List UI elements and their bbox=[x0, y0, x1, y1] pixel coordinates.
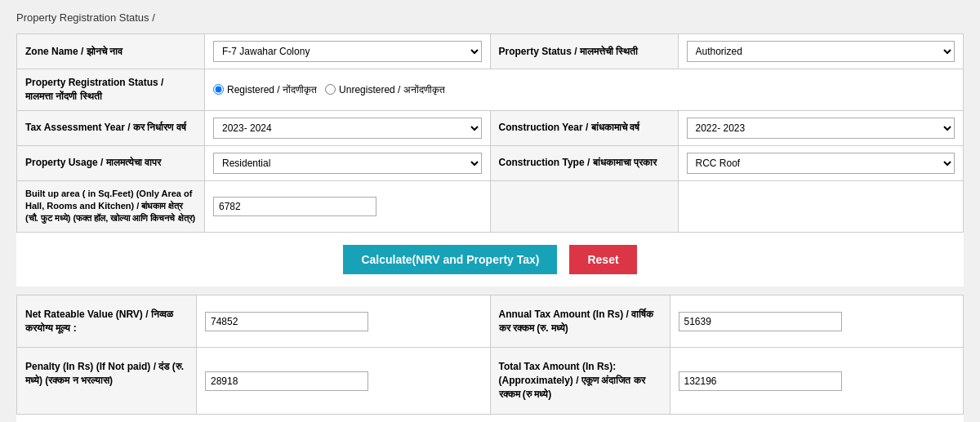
penalty-input[interactable] bbox=[205, 371, 368, 391]
construction-type-input-cell: RCC Roof bbox=[679, 146, 964, 180]
registration-status-input-cell: Registered / नोंदणीकृत Unregistered / अन… bbox=[205, 69, 963, 110]
penalty-label: Penalty (In Rs) (If Not paid) / दंड (रु.… bbox=[17, 348, 197, 413]
property-status-select[interactable]: Authorized bbox=[687, 41, 956, 62]
empty-label-1 bbox=[491, 181, 679, 232]
construction-year-select[interactable]: 2022- 2023 bbox=[687, 118, 956, 139]
construction-year-label: Construction Year / बांधकामाचे वर्ष bbox=[491, 111, 679, 145]
total-tax-input[interactable] bbox=[679, 371, 842, 391]
tax-details-row: Tax Details bbox=[16, 415, 964, 422]
zone-property-row: Zone Name / झोनचे नाव F-7 Jawahar Colony… bbox=[17, 34, 963, 69]
usage-type-row: Property Usage / मालमत्येचा वापर Residen… bbox=[17, 146, 963, 181]
property-status-label: Property Status / मालमत्तेची स्थिती bbox=[491, 34, 679, 69]
property-usage-label: Property Usage / मालमत्येचा वापर bbox=[17, 146, 205, 180]
penalty-total-row: Penalty (In Rs) (If Not paid) / दंड (रु.… bbox=[17, 348, 963, 413]
builtup-area-row: Built up area ( in Sq.Feet) (Only Area o… bbox=[17, 181, 963, 232]
property-status-input-cell: Authorized bbox=[679, 34, 964, 69]
nrv-value-cell bbox=[197, 295, 491, 348]
results-table: Net Rateable Value (NRV) / निव्वळ करयोग्… bbox=[16, 295, 964, 415]
zone-name-input-cell: F-7 Jawahar Colony bbox=[205, 34, 491, 69]
construction-type-select[interactable]: RCC Roof bbox=[687, 153, 956, 174]
tax-assessment-label: Tax Assessment Year / कर निर्धारण वर्ष bbox=[17, 111, 205, 145]
total-tax-label: Total Tax Amount (In Rs):(Approximately)… bbox=[491, 348, 670, 413]
unregistered-radio[interactable] bbox=[325, 84, 336, 95]
calculate-button[interactable]: Calculate(NRV and Property Tax) bbox=[343, 245, 557, 274]
registered-label: Registered / नोंदणीकृत bbox=[227, 84, 317, 96]
total-tax-value-cell bbox=[670, 348, 964, 413]
registered-radio[interactable] bbox=[213, 84, 224, 95]
construction-type-label: Construction Type / बांधकामाचा प्रकार bbox=[491, 146, 679, 180]
builtup-area-label: Built up area ( in Sq.Feet) (Only Area o… bbox=[17, 181, 205, 232]
nrv-input[interactable] bbox=[205, 312, 368, 331]
unregistered-radio-label[interactable]: Unregistered / अनोंदणीकृत bbox=[325, 84, 445, 96]
registration-row: Property Registration Status / मालमत्ता … bbox=[17, 69, 963, 111]
builtup-area-input-cell bbox=[205, 181, 491, 232]
breadcrumb: Property Registration Status / bbox=[16, 11, 155, 24]
empty-input-1 bbox=[679, 181, 964, 232]
property-usage-select[interactable]: Residential bbox=[213, 153, 482, 174]
nrv-label: Net Rateable Value (NRV) / निव्वळ करयोग्… bbox=[17, 295, 197, 348]
property-usage-input-cell: Residential bbox=[205, 146, 491, 180]
annual-tax-label: Annual Tax Amount (In Rs) / वार्षिक कर र… bbox=[491, 295, 670, 348]
unregistered-label: Unregistered / अनोंदणीकृत bbox=[339, 84, 445, 96]
annual-tax-value-cell bbox=[670, 295, 964, 348]
registration-radio-group: Registered / नोंदणीकृत Unregistered / अन… bbox=[213, 84, 445, 96]
zone-name-label: Zone Name / झोनचे नाव bbox=[17, 34, 205, 69]
property-form: Zone Name / झोनचे नाव F-7 Jawahar Colony… bbox=[16, 33, 964, 233]
tax-construction-year-row: Tax Assessment Year / कर निर्धारण वर्ष 2… bbox=[17, 111, 963, 146]
construction-year-input-cell: 2022- 2023 bbox=[679, 111, 964, 145]
tax-assessment-select[interactable]: 2023- 2024 bbox=[213, 118, 482, 139]
zone-name-select[interactable]: F-7 Jawahar Colony bbox=[213, 41, 482, 62]
nrv-annual-row: Net Rateable Value (NRV) / निव्वळ करयोग्… bbox=[17, 295, 963, 349]
action-buttons: Calculate(NRV and Property Tax) Reset bbox=[16, 233, 964, 287]
penalty-value-cell bbox=[197, 348, 491, 413]
annual-tax-input[interactable] bbox=[679, 312, 842, 331]
registered-radio-label[interactable]: Registered / नोंदणीकृत bbox=[213, 84, 317, 96]
registration-status-label: Property Registration Status / मालमत्ता … bbox=[17, 69, 205, 110]
reset-button[interactable]: Reset bbox=[569, 245, 636, 274]
builtup-area-input[interactable] bbox=[213, 197, 376, 216]
tax-assessment-input-cell: 2023- 2024 bbox=[205, 111, 491, 145]
